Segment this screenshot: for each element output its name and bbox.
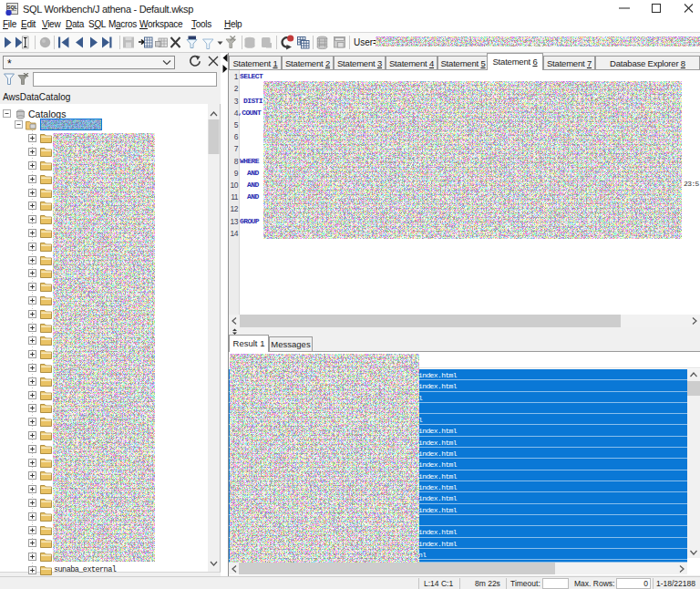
svg-text:SQL: SQL [7,5,18,10]
